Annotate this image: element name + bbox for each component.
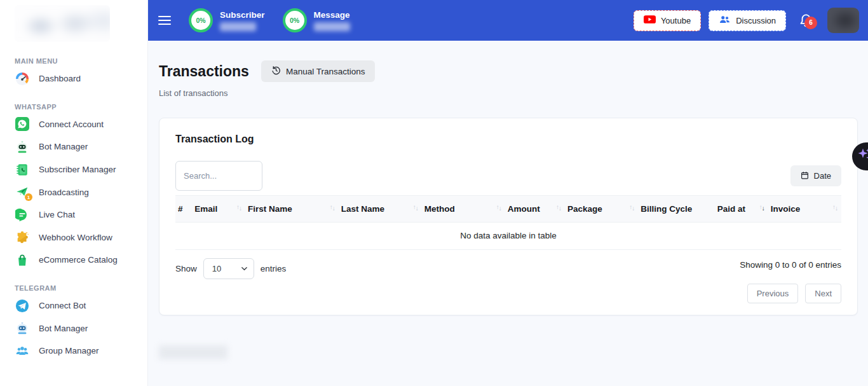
- sparkles-icon: [857, 147, 868, 166]
- sidebar-item-bot-manager[interactable]: Bot Manager: [15, 317, 140, 340]
- manual-transactions-label: Manual Transactions: [286, 67, 365, 76]
- shopping-bag-icon: [15, 252, 30, 268]
- broadcast-icon: 1: [15, 184, 30, 200]
- column-header-package[interactable]: Package↑↓: [565, 196, 638, 223]
- logo-blurred-image: [15, 5, 110, 42]
- page-title: Transactions: [159, 63, 249, 80]
- gauge-icon: [15, 71, 30, 86]
- table-footer: Show 10 entries Showing 0 to 0 of 0 entr…: [175, 258, 841, 303]
- sidebar-item-connect-account[interactable]: Connect Account: [15, 113, 140, 136]
- sidebar-item-subscriber-manager[interactable]: Subscriber Manager: [15, 158, 140, 181]
- sidebar: MAIN MENUDashboardWHATSAPPConnect Accoun…: [0, 0, 148, 386]
- stat-label: Subscriber: [220, 10, 265, 20]
- column-header-method[interactable]: Method↑↓: [422, 196, 505, 223]
- column-header-row-number: #: [175, 196, 192, 223]
- column-header-paid-at[interactable]: Paid at↑↓: [715, 196, 768, 223]
- history-icon: [271, 65, 281, 77]
- robot-blue-icon: [15, 321, 30, 336]
- header-stats: 0%Subscriber0%Message: [171, 8, 350, 32]
- stat-label: Message: [314, 10, 350, 20]
- footer-blurred-text: [159, 345, 227, 359]
- discussion-button-label: Discussion: [736, 16, 776, 25]
- broadcast-count-badge: 1: [25, 193, 32, 201]
- chat-green-icon: [15, 207, 30, 223]
- whatsapp-icon: [15, 116, 30, 132]
- stat-value-blurred: [220, 22, 256, 31]
- sidebar-item-label: Webhook Workflow: [39, 233, 112, 242]
- hamburger-menu-icon[interactable]: [158, 16, 171, 25]
- previous-page-button[interactable]: Previous: [747, 284, 799, 303]
- sort-icon: ↑↓: [413, 205, 418, 212]
- manual-transactions-button[interactable]: Manual Transactions: [261, 60, 376, 82]
- sidebar-item-dashboard[interactable]: Dashboard: [15, 67, 140, 90]
- user-avatar[interactable]: [827, 8, 859, 33]
- sidebar-item-label: Bot Manager: [39, 324, 88, 333]
- youtube-button[interactable]: Youtube: [634, 10, 701, 31]
- progress-ring: 0%: [189, 8, 213, 32]
- calendar-icon: [801, 171, 809, 181]
- notifications-button[interactable]: 6: [799, 13, 813, 29]
- avatar-blurred-image: [827, 8, 859, 33]
- entries-summary: Showing 0 to 0 of 0 entries: [740, 260, 841, 270]
- page-subtitle: List of transactions: [159, 88, 858, 98]
- sidebar-item-webhook-workflow[interactable]: Webhook Workflow: [15, 226, 140, 249]
- topbar: 0%Subscriber0%Message Youtube Discussion…: [148, 0, 868, 41]
- search-input[interactable]: [175, 161, 262, 191]
- sidebar-item-live-chat[interactable]: Live Chat: [15, 203, 140, 226]
- sort-icon: ↑↓: [832, 205, 837, 212]
- stat-value-blurred: [314, 22, 350, 31]
- card-title: Transaction Log: [175, 134, 841, 145]
- entries-label: entries: [261, 264, 287, 273]
- date-button-label: Date: [814, 171, 831, 181]
- sort-icon: ↑↓: [496, 205, 501, 212]
- sidebar-item-connect-bot[interactable]: Connect Bot: [15, 294, 140, 317]
- sidebar-item-label: Broadcasting: [39, 188, 89, 197]
- transactions-table: #Email↑↓First Name↑↓Last Name↑↓Method↑↓A…: [175, 195, 841, 250]
- transaction-log-card: Transaction Log Date #Email↑↓First Name↑…: [159, 118, 858, 315]
- column-header-email[interactable]: Email↑↓: [192, 196, 245, 223]
- column-header-billing-cycle: Billing Cycle: [638, 196, 715, 223]
- robot-green-icon: [15, 139, 30, 155]
- column-header-last-name[interactable]: Last Name↑↓: [339, 196, 422, 223]
- sort-icon: ↑↓: [759, 205, 764, 212]
- page-size-select-wrap: 10: [203, 258, 254, 279]
- next-page-button[interactable]: Next: [805, 284, 841, 303]
- sidebar-item-group-manager[interactable]: Group Manager: [15, 340, 140, 362]
- show-label: Show: [175, 264, 197, 273]
- stat-message: 0%Message: [283, 8, 350, 32]
- telegram-icon: [15, 298, 30, 314]
- sidebar-item-bot-manager[interactable]: Bot Manager: [15, 135, 140, 158]
- sidebar-item-ecommerce-catalog[interactable]: eCommerce Catalog: [15, 249, 140, 272]
- discussion-people-icon: [719, 15, 731, 26]
- section-label-main-menu: MAIN MENU: [15, 57, 140, 65]
- page-size-select[interactable]: 10: [203, 258, 254, 279]
- sidebar-item-label: Connect Bot: [39, 301, 86, 310]
- sidebar-item-label: eCommerce Catalog: [39, 255, 118, 265]
- sidebar-item-broadcasting[interactable]: 1Broadcasting: [15, 181, 140, 203]
- stat-subscriber: 0%Subscriber: [189, 8, 265, 32]
- page-header: Transactions Manual Transactions: [159, 60, 858, 82]
- column-header-invoice[interactable]: Invoice↑↓: [768, 196, 841, 223]
- youtube-icon: [644, 15, 656, 26]
- sidebar-item-label: Group Manager: [39, 346, 99, 355]
- section-label-whatsapp: WHATSAPP: [15, 103, 140, 111]
- page-size-control: Show 10 entries: [175, 258, 286, 279]
- sidebar-nav: MAIN MENUDashboardWHATSAPPConnect Accoun…: [15, 57, 140, 362]
- sidebar-item-label: Connect Account: [39, 120, 104, 129]
- column-header-amount[interactable]: Amount↑↓: [505, 196, 565, 223]
- pager: Previous Next: [747, 284, 841, 303]
- empty-row: No data available in table: [175, 223, 841, 250]
- discussion-button[interactable]: Discussion: [709, 10, 786, 31]
- app-logo[interactable]: [15, 5, 110, 42]
- sort-icon: ↑↓: [330, 205, 335, 212]
- youtube-button-label: Youtube: [661, 16, 691, 25]
- sort-icon: ↑↓: [236, 205, 241, 212]
- column-header-first-name[interactable]: First Name↑↓: [245, 196, 339, 223]
- table-controls: Date: [175, 161, 841, 191]
- group-blue-icon: [15, 343, 30, 359]
- progress-ring: 0%: [283, 8, 307, 32]
- sort-icon: ↑↓: [556, 205, 561, 212]
- date-filter-button[interactable]: Date: [790, 165, 841, 186]
- notification-count-badge: 6: [804, 17, 817, 29]
- contacts-green-icon: [15, 162, 30, 177]
